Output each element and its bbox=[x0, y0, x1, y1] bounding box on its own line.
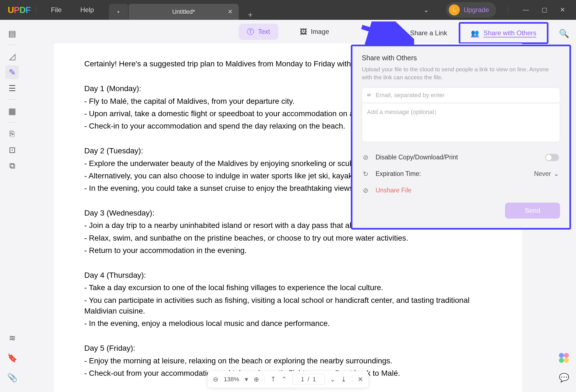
close-nav-icon[interactable]: ✕ bbox=[358, 375, 363, 383]
expiration-row: ↻ Expiration Time: Never ⌄ bbox=[362, 166, 560, 182]
expiration-value: Never bbox=[534, 170, 551, 178]
left-sidebar: ▤ ◿ ✎ ☰ ▦ ⎘ ⊡ ⧉ ≋ 🔖 📎 bbox=[0, 20, 24, 392]
text-tool-button[interactable]: Ⓣ Text bbox=[239, 24, 278, 40]
titlebar-right: ⌄ L Upgrade — ▢ ✕ bbox=[423, 2, 576, 18]
divider bbox=[36, 5, 36, 15]
comment-icon[interactable]: 💬 bbox=[557, 371, 571, 384]
thumbnail-icon[interactable]: ▤ bbox=[5, 26, 19, 40]
message-input-wrapper bbox=[362, 104, 560, 142]
edit-toolbar: Ⓣ Text 🖼 Image 🔗 Share a Link 👥 bbox=[24, 20, 552, 43]
bookmark-icon[interactable]: 🔖 bbox=[5, 351, 19, 364]
divider bbox=[8, 45, 16, 45]
page-sep: / bbox=[308, 376, 309, 383]
image-icon: 🖼 bbox=[300, 28, 307, 36]
share-panel: Share with Others Upload your file to th… bbox=[351, 45, 571, 230]
organize-pages-icon[interactable]: ⎘ bbox=[5, 127, 19, 141]
add-tab-button[interactable]: ＋ bbox=[244, 9, 257, 20]
upgrade-button[interactable]: L Upgrade bbox=[446, 2, 496, 18]
zoom-in-icon[interactable]: ⊕ bbox=[254, 375, 259, 383]
prev-page-icon[interactable]: ⌃ bbox=[281, 375, 287, 383]
right-sidebar-bottom: 💬 bbox=[557, 353, 571, 384]
next-page-icon[interactable]: ⌄ bbox=[330, 375, 335, 383]
unshare-row[interactable]: ⊘ Unshare File bbox=[362, 182, 560, 199]
menu-help[interactable]: Help bbox=[71, 6, 103, 14]
highlighter-icon[interactable]: ◿ bbox=[5, 49, 19, 63]
document-line[interactable] bbox=[84, 257, 492, 268]
compare-icon[interactable]: ⧉ bbox=[5, 159, 19, 173]
crop-icon[interactable]: ⊡ bbox=[5, 143, 19, 157]
app-body: ▤ ◿ ✎ ☰ ▦ ⎘ ⊡ ⧉ ≋ 🔖 📎 Ⓣ Text 🖼 Image bbox=[0, 20, 576, 392]
email-input-wrapper: ✉ bbox=[362, 88, 560, 103]
zoom-dropdown-icon[interactable]: ▾ bbox=[245, 375, 248, 383]
divider bbox=[352, 375, 352, 383]
title-bar: UPDF File Help ▾ Untitled* ✕ ＋ ⌄ L Upgra… bbox=[0, 0, 576, 20]
document-line[interactable]: - In the evening, enjoy a melodious loca… bbox=[84, 318, 492, 329]
expiration-select[interactable]: Never ⌄ bbox=[534, 170, 559, 178]
disable-copy-toggle[interactable] bbox=[545, 154, 559, 161]
document-line[interactable]: - Take a day excursion to one of the loc… bbox=[84, 282, 492, 293]
minimize-icon[interactable]: — bbox=[520, 6, 532, 13]
image-tool-label: Image bbox=[311, 28, 329, 36]
document-line[interactable]: - You can participate in activities such… bbox=[84, 295, 492, 316]
zoom-value: 138% bbox=[224, 376, 239, 383]
tab-dropdown[interactable]: ▾ bbox=[109, 4, 128, 20]
share-others-label: Share with Others bbox=[483, 29, 536, 37]
app-logo: UPDF bbox=[0, 5, 30, 15]
divider bbox=[508, 5, 508, 15]
bottom-nav: ⊖ 138% ▾ ⊕ ⤒ ⌃ 1 / 1 ⌄ ⤓ ✕ bbox=[208, 371, 368, 388]
document-line[interactable] bbox=[84, 330, 492, 341]
divider bbox=[8, 99, 16, 100]
message-input[interactable] bbox=[367, 108, 555, 137]
maximize-icon[interactable]: ▢ bbox=[538, 6, 551, 13]
chevron-down-icon: ⌄ bbox=[554, 170, 559, 178]
annotation-arrow bbox=[359, 21, 414, 46]
disable-copy-label: Disable Copy/Download/Print bbox=[376, 154, 458, 161]
center-area: Ⓣ Text 🖼 Image 🔗 Share a Link 👥 bbox=[24, 20, 552, 392]
document-line[interactable]: - Return to your accommodation in the ev… bbox=[84, 245, 492, 256]
share-panel-title: Share with Others bbox=[362, 54, 560, 62]
chevron-down-icon[interactable]: ⌄ bbox=[423, 6, 429, 14]
layers-icon[interactable]: ≋ bbox=[5, 331, 19, 345]
tab-title: Untitled* bbox=[172, 8, 195, 15]
page-total: 1 bbox=[313, 376, 316, 383]
page-current: 1 bbox=[301, 376, 304, 383]
form-icon[interactable]: ▦ bbox=[5, 104, 19, 118]
left-sidebar-bottom: ≋ 🔖 📎 bbox=[5, 331, 19, 384]
menu-file[interactable]: File bbox=[42, 6, 71, 14]
edit-text-icon[interactable]: ✎ bbox=[5, 65, 19, 79]
email-input[interactable] bbox=[376, 92, 555, 99]
close-icon[interactable]: ✕ bbox=[228, 8, 233, 15]
divider bbox=[8, 122, 16, 122]
document-line[interactable]: Day 4 (Thursday): bbox=[84, 270, 492, 281]
expiration-label: Expiration Time: bbox=[376, 170, 421, 178]
no-copy-icon: ⊘ bbox=[363, 154, 371, 161]
tab-untitled[interactable]: Untitled* ✕ bbox=[129, 4, 239, 20]
document-line[interactable]: - Relax, swim, and sunbathe on the prist… bbox=[84, 233, 492, 243]
svg-line-0 bbox=[362, 27, 407, 41]
document-line[interactable]: - Enjoy the morning at leisure, relaxing… bbox=[84, 355, 492, 366]
ai-assistant-icon[interactable] bbox=[559, 353, 569, 363]
disable-copy-row: ⊘ Disable Copy/Download/Print bbox=[362, 149, 560, 166]
attachment-icon[interactable]: 📎 bbox=[5, 371, 19, 384]
divider bbox=[265, 375, 265, 383]
page-indicator[interactable]: 1 / 1 bbox=[292, 374, 325, 385]
share-others-tab[interactable]: 👥 Share with Others bbox=[459, 22, 548, 44]
unshare-icon: ⊘ bbox=[363, 187, 371, 194]
search-icon[interactable]: 🔍 bbox=[557, 26, 571, 40]
image-tool-button[interactable]: 🖼 Image bbox=[292, 24, 338, 39]
first-page-icon[interactable]: ⤒ bbox=[270, 375, 276, 383]
mail-icon: ✉ bbox=[367, 92, 371, 98]
document-line[interactable]: Day 5 (Friday): bbox=[84, 343, 492, 353]
last-page-icon[interactable]: ⤓ bbox=[341, 375, 346, 383]
text-icon: Ⓣ bbox=[247, 27, 254, 37]
avatar: L bbox=[449, 4, 460, 15]
share-panel-description: Upload your file to the cloud to send pe… bbox=[362, 65, 560, 81]
share-link-label: Share a Link bbox=[410, 29, 447, 37]
tab-strip: ▾ Untitled* ✕ ＋ bbox=[109, 0, 257, 20]
close-window-icon[interactable]: ✕ bbox=[557, 6, 568, 13]
page-layout-icon[interactable]: ☰ bbox=[5, 81, 19, 95]
history-icon: ↻ bbox=[363, 170, 371, 178]
zoom-out-icon[interactable]: ⊖ bbox=[213, 375, 218, 383]
upgrade-label: Upgrade bbox=[464, 6, 489, 14]
send-button[interactable]: Send bbox=[505, 203, 560, 219]
